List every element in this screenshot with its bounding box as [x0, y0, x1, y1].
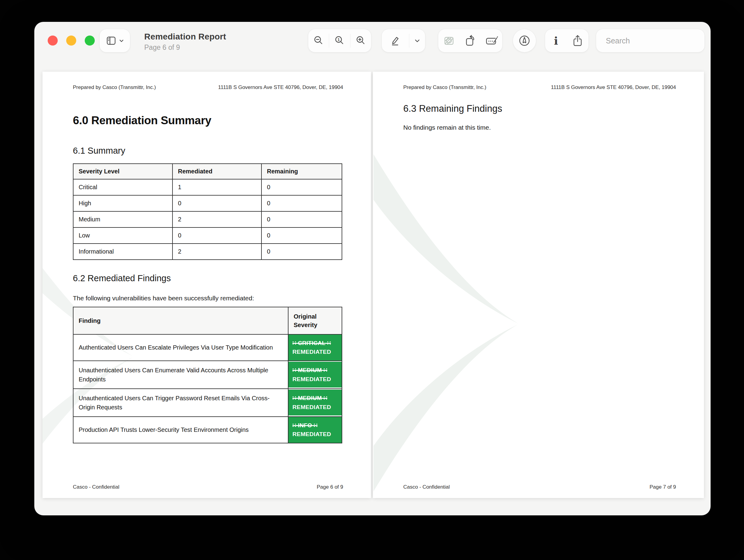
status-badge: ∷ MEDIUM ∷ REMEDIATED — [289, 362, 342, 387]
section-heading-6-2: 6.2 Remediated Findings — [73, 273, 171, 283]
rotate-left-button[interactable] — [459, 29, 481, 52]
document-page-7[interactable]: Prepared by Casco (Transmittr, Inc.) 111… — [373, 72, 704, 498]
table-header-row: Finding Original Severity — [73, 307, 342, 334]
remediated-intro-text: The following vulnerabilities have been … — [73, 295, 254, 302]
remediated-findings-table: Finding Original Severity Authenticated … — [73, 307, 342, 443]
column-header: Severity Level — [73, 164, 173, 179]
table-row: High 0 0 — [73, 195, 342, 211]
status-badge: ∷ CRITICAL ∷ REMEDIATED — [289, 335, 342, 361]
status-badge: ∷ INFO ∷ REMEDIATED — [289, 417, 342, 443]
sidebar-icon — [105, 35, 117, 46]
search-field — [596, 29, 705, 52]
markup-options-button[interactable] — [409, 29, 425, 52]
zoom-in-button[interactable] — [350, 29, 371, 52]
section-heading-6-0: 6.0 Remediation Summary — [73, 114, 211, 127]
table-row: Authenticated Users Can Escalate Privile… — [73, 334, 342, 361]
markup-pill — [382, 29, 425, 52]
svg-text:1: 1 — [338, 37, 340, 42]
table-row: Unauthenticated Users Can Trigger Passwo… — [73, 389, 342, 417]
window-title: Remediation Report — [144, 32, 226, 42]
markup-pen-icon — [389, 35, 402, 47]
remediated-label: REMEDIATED — [292, 347, 338, 356]
severity-level-cell: Informational — [73, 244, 173, 260]
minimize-window-button[interactable] — [66, 36, 76, 45]
confidential-text: Casco - Confidential — [403, 484, 450, 490]
info-share-pill: i — [545, 29, 589, 52]
original-severity-label: ∷ CRITICAL ∷ — [292, 339, 338, 347]
confidential-text: Casco - Confidential — [73, 484, 119, 490]
page-header: Prepared by Casco (Transmittr, Inc.) 111… — [403, 84, 676, 90]
search-input[interactable] — [606, 36, 704, 45]
severity-badge-cell: ∷ MEDIUM ∷ REMEDIATED — [288, 361, 342, 389]
info-button[interactable]: i — [545, 29, 567, 52]
finding-cell: Production API Trusts Lower-Security Tes… — [73, 417, 288, 443]
annotation-tools-pill — [438, 29, 502, 52]
remediated-count-cell: 1 — [173, 179, 261, 195]
share-button[interactable] — [567, 29, 589, 52]
document-page-6[interactable]: Prepared by Casco (Transmittr, Inc.) 111… — [42, 72, 371, 498]
table-row: Low 0 0 — [73, 227, 342, 244]
markup-pen-button[interactable] — [382, 29, 409, 52]
prepared-by-text: Prepared by Casco (Transmittr, Inc.) — [403, 84, 486, 90]
smart-annotate-button[interactable] — [513, 29, 536, 52]
zoom-out-button[interactable] — [308, 29, 329, 52]
close-window-button[interactable] — [48, 36, 58, 45]
page-header: Prepared by Casco (Transmittr, Inc.) 111… — [73, 84, 343, 90]
window-title-block: Remediation Report Page 6 of 9 — [144, 32, 226, 51]
sketch-pill — [513, 29, 536, 52]
redact-icon — [443, 35, 455, 47]
remaining-count-cell: 0 — [261, 211, 342, 227]
severity-summary-table: Severity Level Remediated Remaining Crit… — [73, 163, 342, 260]
remaining-count-cell: 0 — [261, 179, 342, 195]
remediated-label: REMEDIATED — [292, 375, 338, 383]
severity-level-cell: Medium — [73, 211, 173, 227]
sidebar-toggle-button[interactable] — [100, 29, 130, 52]
table-row: Medium 2 0 — [73, 211, 342, 227]
traffic-lights — [48, 36, 95, 45]
sidebar-pill — [100, 29, 130, 52]
table-row: Informational 2 0 — [73, 244, 342, 260]
remediated-label: REMEDIATED — [292, 430, 338, 439]
page-number-text: Page 6 of 9 — [317, 484, 343, 490]
address-text: 1111B S Governors Ave STE 40796, Dover, … — [551, 84, 676, 90]
zoom-in-icon — [355, 35, 367, 46]
severity-badge-cell: ∷ INFO ∷ REMEDIATED — [288, 417, 342, 443]
column-header: Finding — [73, 307, 288, 334]
redact-button[interactable] — [438, 29, 459, 52]
share-icon — [571, 34, 584, 47]
severity-level-cell: Critical — [73, 179, 173, 195]
table-header-row: Severity Level Remediated Remaining — [73, 164, 342, 179]
preview-window: Remediation Report Page 6 of 9 — [34, 22, 711, 515]
remaining-count-cell: 0 — [261, 244, 342, 260]
prepared-by-text: Prepared by Casco (Transmittr, Inc.) — [73, 84, 156, 90]
original-severity-label: ∷ MEDIUM ∷ — [292, 394, 338, 402]
severity-level-cell: Low — [73, 227, 173, 244]
table-row: Critical 1 0 — [73, 179, 342, 195]
zoom-actual-size-icon: 1 — [334, 35, 345, 46]
severity-badge-cell: ∷ MEDIUM ∷ REMEDIATED — [288, 389, 342, 417]
toolbar: Remediation Report Page 6 of 9 — [34, 22, 711, 72]
fill-and-sign-icon — [485, 35, 498, 47]
page-footer: Casco - Confidential Page 7 of 9 — [403, 484, 676, 490]
rotate-left-icon — [464, 35, 476, 47]
remaining-count-cell: 0 — [261, 195, 342, 211]
remediated-count-cell: 2 — [173, 211, 261, 227]
address-text: 1111B S Governors Ave STE 40796, Dover, … — [218, 84, 343, 90]
zoom-actual-size-button[interactable]: 1 — [329, 29, 350, 52]
zoom-window-button[interactable] — [85, 36, 95, 45]
section-heading-6-3: 6.3 Remaining Findings — [403, 103, 502, 114]
remediated-count-cell: 0 — [173, 195, 261, 211]
original-severity-label: ∷ MEDIUM ∷ — [292, 366, 338, 374]
original-severity-label: ∷ INFO ∷ — [292, 421, 338, 430]
remediated-count-cell: 0 — [173, 227, 261, 244]
severity-level-cell: High — [73, 195, 173, 211]
remaining-count-cell: 0 — [261, 227, 342, 244]
remaining-findings-text: No findings remain at this time. — [403, 124, 491, 131]
finding-cell: Authenticated Users Can Escalate Privile… — [73, 334, 288, 361]
table-row: Production API Trusts Lower-Security Tes… — [73, 417, 342, 443]
remediated-label: REMEDIATED — [292, 403, 338, 411]
window-page-indicator: Page 6 of 9 — [144, 43, 226, 51]
fill-and-sign-button[interactable] — [481, 29, 502, 52]
table-row: Unauthenticated Users Can Enumerate Vali… — [73, 361, 342, 389]
column-header: Remediated — [173, 164, 261, 179]
